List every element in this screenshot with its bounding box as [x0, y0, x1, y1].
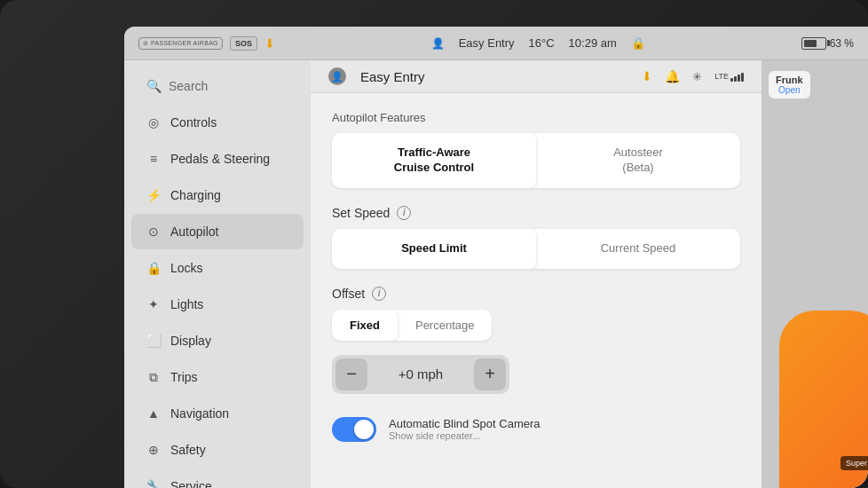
- screen-wrapper: ⊘ PASSENGER AIRBAG SOS ⬇ 👤 Easy Entry 16…: [0, 0, 868, 488]
- pedals-icon: ≡: [146, 151, 162, 167]
- percentage-btn[interactable]: Percentage: [398, 310, 493, 341]
- topbar-bell-icon[interactable]: 🔔: [665, 69, 680, 83]
- battery-percent: 63 %: [830, 37, 854, 50]
- set-speed-toggle-group: Speed Limit Current Speed: [332, 229, 740, 269]
- offset-toggle-group: Fixed Percentage: [332, 310, 492, 341]
- speed-value-display: +0 mph: [398, 366, 443, 382]
- lte-label: LTE: [714, 72, 729, 81]
- status-right: 63 %: [801, 37, 854, 50]
- car-panel: Frunk Open Super: [761, 60, 868, 488]
- speed-adjuster: − +0 mph +: [332, 355, 509, 394]
- frunk-label: Frunk: [776, 75, 803, 85]
- sidebar-item-locks[interactable]: 🔒 Locks: [131, 250, 304, 286]
- clock: 10:29 am: [569, 36, 617, 50]
- signal-bar-1: [730, 78, 733, 82]
- main-topbar-title: Easy Entry: [360, 69, 627, 84]
- speed-minus-btn[interactable]: −: [335, 358, 367, 390]
- set-speed-row: Set Speed i: [332, 206, 740, 220]
- battery-icon: [801, 37, 826, 50]
- display-icon: ⬜: [146, 333, 162, 349]
- screen-inner: ⊘ PASSENGER AIRBAG SOS ⬇ 👤 Easy Entry 16…: [124, 27, 868, 488]
- controls-icon: ◎: [146, 114, 162, 130]
- navigation-icon: ▲: [146, 405, 162, 421]
- auto-blind-sublabel: Show side repeater...: [389, 430, 541, 441]
- toggle-thumb: [354, 420, 374, 439]
- signal-bar-3: [738, 75, 740, 82]
- sidebar-item-trips[interactable]: ⧉ Trips: [131, 359, 304, 395]
- battery-fill: [804, 40, 817, 47]
- sidebar-item-search[interactable]: 🔍 Search: [131, 71, 304, 101]
- lte-signal-group: LTE: [714, 71, 744, 82]
- speed-plus-btn[interactable]: +: [474, 358, 506, 390]
- offset-info-icon[interactable]: i: [372, 287, 386, 301]
- main-topbar: 👤 Easy Entry ⬇ 🔔 ✳ LTE: [311, 60, 761, 93]
- offset-label: Offset: [332, 287, 365, 301]
- sidebar-item-safety[interactable]: ⊕ Safety: [131, 432, 304, 468]
- signal-bar-2: [734, 76, 737, 82]
- frunk-badge[interactable]: Frunk Open: [769, 71, 810, 98]
- content-area: 🔍 Search ◎ Controls ≡ Pedals & Steering …: [124, 60, 868, 488]
- user-avatar: 👤: [328, 67, 346, 85]
- autopilot-icon: ⊙: [146, 224, 162, 240]
- offset-row: Offset i: [332, 287, 740, 301]
- autosteer-btn[interactable]: Autosteer (Beta): [536, 133, 740, 188]
- topbar-download-icon[interactable]: ⬇: [642, 69, 652, 83]
- locks-icon: 🔒: [146, 260, 162, 276]
- status-center: 👤 Easy Entry 16°C 10:29 am 🔒: [286, 36, 791, 50]
- traffic-cruise-btn[interactable]: Traffic-Aware Cruise Control: [332, 133, 536, 188]
- safety-icon: ⊕: [146, 442, 162, 458]
- topbar-icons: ⬇ 🔔 ✳ LTE: [642, 69, 744, 83]
- sidebar-item-lights[interactable]: ✦ Lights: [131, 287, 304, 322]
- settings-content: Autopilot Features Traffic-Aware Cruise …: [311, 93, 761, 488]
- signal-bar-4: [741, 73, 744, 82]
- sidebar-item-charging[interactable]: ⚡ Charging: [131, 177, 304, 213]
- frunk-status: Open: [776, 85, 803, 95]
- sidebar-item-pedals[interactable]: ≡ Pedals & Steering: [131, 141, 304, 177]
- status-bar: ⊘ PASSENGER AIRBAG SOS ⬇ 👤 Easy Entry 16…: [124, 27, 868, 60]
- auto-blind-row: Automatic Blind Spot Camera Show side re…: [332, 412, 740, 447]
- auto-blind-text-group: Automatic Blind Spot Camera Show side re…: [389, 417, 541, 441]
- easy-entry-status: Easy Entry: [459, 36, 515, 50]
- download-status-icon: ⬇: [264, 36, 275, 51]
- battery-indicator: 63 %: [801, 37, 854, 50]
- search-icon: 🔍: [146, 78, 162, 94]
- speed-limit-btn[interactable]: Speed Limit: [332, 229, 536, 269]
- service-icon: 🔧: [146, 478, 162, 488]
- auto-blind-label: Automatic Blind Spot Camera: [389, 417, 541, 430]
- current-speed-btn[interactable]: Current Speed: [536, 229, 740, 269]
- status-left: ⊘ PASSENGER AIRBAG SOS ⬇: [138, 36, 275, 51]
- auto-blind-toggle[interactable]: [332, 417, 376, 442]
- set-speed-label: Set Speed: [332, 206, 390, 220]
- set-speed-info-icon[interactable]: i: [397, 206, 411, 220]
- super-badge: Super: [840, 456, 868, 470]
- sidebar-item-controls[interactable]: ◎ Controls: [131, 105, 304, 140]
- topbar-bluetooth-icon[interactable]: ✳: [692, 70, 702, 83]
- trips-icon: ⧉: [146, 369, 162, 385]
- autopilot-section-title: Autopilot Features: [332, 111, 740, 124]
- airbag-label: PASSENGER AIRBAG: [151, 40, 218, 46]
- passenger-airbag: ⊘ PASSENGER AIRBAG: [138, 37, 223, 50]
- temperature: 16°C: [529, 36, 555, 50]
- sidebar: 🔍 Search ◎ Controls ≡ Pedals & Steering …: [124, 60, 311, 488]
- main-panel: 👤 Easy Entry ⬇ 🔔 ✳ LTE: [311, 60, 761, 488]
- sos-badge: SOS: [230, 36, 257, 51]
- charging-icon: ⚡: [146, 187, 162, 203]
- signal-bars: [730, 71, 744, 82]
- lights-icon: ✦: [146, 296, 162, 312]
- sidebar-item-display[interactable]: ⬜ Display: [131, 323, 304, 358]
- sidebar-item-autopilot[interactable]: ⊙ Autopilot: [131, 214, 304, 249]
- autopilot-feature-toggle-group: Traffic-Aware Cruise Control Autosteer (…: [332, 133, 740, 188]
- sidebar-item-service[interactable]: 🔧 Service: [131, 468, 304, 488]
- fixed-btn[interactable]: Fixed: [332, 310, 398, 341]
- sidebar-item-navigation[interactable]: ▲ Navigation: [131, 396, 304, 431]
- lock-icon: 🔒: [631, 36, 645, 50]
